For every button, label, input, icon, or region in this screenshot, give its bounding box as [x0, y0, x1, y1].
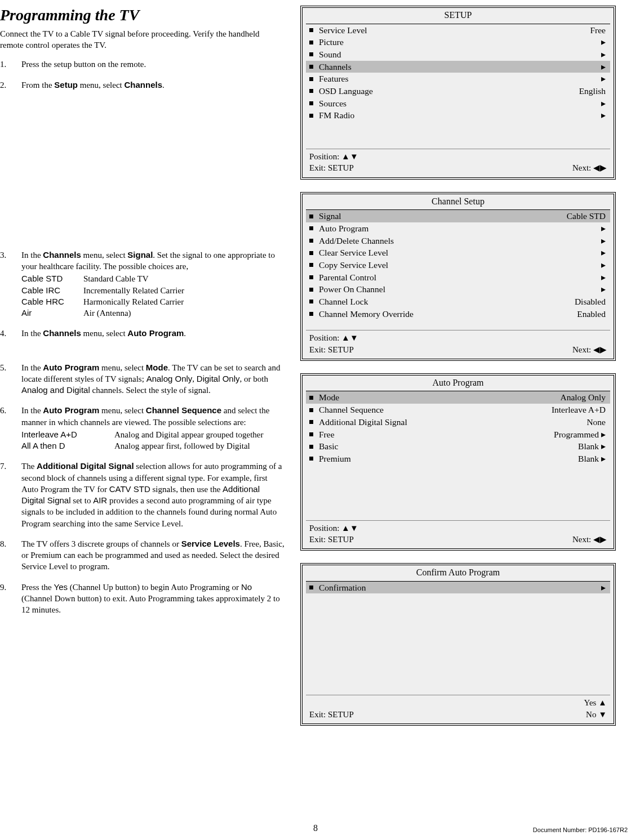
exit-hint: Exit: SETUP — [309, 162, 488, 173]
menu-item-free[interactable]: FreeProgrammed ▸ — [306, 428, 610, 441]
def-term: Cable HRC — [21, 296, 78, 307]
menu-item-mode[interactable]: ModeAnalog Only — [306, 391, 610, 404]
menu-item-channels[interactable]: Channels▸ — [306, 61, 610, 73]
def-desc: Standard Cable TV — [83, 273, 149, 284]
bullet-icon — [309, 215, 313, 218]
next-hint: Next: ◀▶ — [488, 534, 607, 545]
label: OSD Language — [319, 85, 579, 97]
bullet-icon — [309, 28, 313, 32]
menu-item-signal[interactable]: SignalCable STD — [306, 210, 610, 222]
menu-item-confirmation[interactable]: Confirmation▸ — [306, 582, 610, 594]
exit-hint: Exit: SETUP — [309, 344, 488, 355]
def-term: Cable STD — [21, 273, 78, 284]
no-hint: No ▼ — [488, 709, 607, 720]
bullet-icon — [309, 420, 313, 424]
value: Enabled — [577, 308, 607, 320]
menu-item-clear-service-level[interactable]: Clear Service Level▸ — [306, 247, 610, 259]
value: English — [579, 85, 607, 97]
menu-item-premium[interactable]: PremiumBlank ▸ — [306, 453, 610, 465]
t: In the — [21, 329, 43, 338]
t: Channel Sequence — [146, 405, 221, 415]
t: CATV STD — [109, 484, 150, 494]
t: Channels — [125, 80, 163, 90]
osd-title: Channel Setup — [303, 194, 614, 210]
def-row: All A then DAnalog appear first, followe… — [21, 440, 285, 452]
osd-channel-setup: Channel Setup SignalCable STD Auto Progr… — [300, 192, 616, 361]
label: Sources — [319, 97, 601, 110]
label: Clear Service Level — [319, 247, 601, 259]
bullet-icon — [309, 226, 313, 230]
def-row: Interleave A+DAnalog and Digital appear … — [21, 429, 285, 440]
bullet-icon — [309, 89, 313, 93]
bullet-icon — [309, 65, 313, 69]
step-6: In the Auto Program menu, select Channel… — [0, 405, 285, 452]
label: Mode — [319, 391, 560, 404]
menu-item-additional-digital-signal[interactable]: Additional Digital SignalNone — [306, 416, 610, 428]
menu-item-sources[interactable]: Sources▸ — [306, 97, 610, 110]
menu-item-channel-sequence[interactable]: Channel SequenceInterleave A+D — [306, 404, 610, 416]
menu-item-picture[interactable]: Picture▸ — [306, 36, 610, 48]
osd-confirm-auto-program: Confirm Auto Program Confirmation▸ Yes ▲… — [300, 563, 616, 726]
bullet-icon — [309, 445, 313, 449]
menu-item-add-delete-channels[interactable]: Add/Delete Channels▸ — [306, 235, 610, 247]
t: Additional Digital Signal — [37, 461, 134, 471]
def-term: All A then D — [21, 440, 109, 452]
bullet-icon — [309, 312, 313, 316]
osd-setup: SETUP Service LevelFree Picture▸ Sound▸ … — [300, 6, 616, 180]
value: Disabled — [575, 296, 607, 308]
t: Auto Program — [43, 363, 99, 372]
step-7: The Additional Digital Signal selection … — [0, 461, 285, 529]
t: Auto Program — [127, 328, 184, 338]
arrow-right-icon: ▸ — [601, 61, 607, 73]
menu-item-channel-lock[interactable]: Channel LockDisabled — [306, 296, 610, 308]
step-5: In the Auto Program menu, select Mode. T… — [0, 362, 285, 396]
menu-item-fm-radio[interactable]: FM Radio▸ — [306, 109, 610, 122]
bullet-icon — [309, 239, 313, 243]
t: In the — [21, 363, 43, 372]
steps-list: Press the setup button on the remote. Fr… — [0, 59, 285, 615]
osd-title: SETUP — [303, 8, 614, 24]
t: . — [184, 329, 186, 338]
def-row: Cable IRCIncrementally Related Carrier — [21, 285, 285, 296]
bullet-icon — [309, 251, 313, 255]
osd-footer: Position: ▲▼ Exit: SETUPNext: ◀▶ — [306, 520, 610, 549]
menu-item-osd-language[interactable]: OSD LanguageEnglish — [306, 85, 610, 97]
label: FM Radio — [319, 109, 601, 122]
arrow-right-icon: ▸ — [601, 271, 607, 284]
value: Blank ▸ — [578, 440, 607, 453]
def-row: AirAir (Antenna) — [21, 307, 285, 319]
value: Blank ▸ — [578, 453, 607, 465]
t: Press the — [21, 583, 54, 592]
label: Sound — [319, 48, 601, 61]
bullet-icon — [309, 275, 313, 279]
def-desc: Incrementally Related Carrier — [83, 285, 184, 296]
menu-item-parental-control[interactable]: Parental Control▸ — [306, 271, 610, 284]
menu-item-copy-service-level[interactable]: Copy Service Level▸ — [306, 259, 610, 271]
t: menu, select — [81, 329, 127, 338]
t: Digital Only — [197, 374, 240, 383]
value: Cable STD — [567, 210, 607, 222]
menu-item-auto-program[interactable]: Auto Program▸ — [306, 222, 610, 235]
menu-item-basic[interactable]: BasicBlank ▸ — [306, 440, 610, 453]
t: signals, then use the — [150, 485, 223, 494]
bullet-icon — [309, 586, 313, 589]
t: In the — [21, 251, 43, 260]
t: The — [21, 462, 37, 471]
menu-item-power-on-channel[interactable]: Power On Channel▸ — [306, 283, 610, 296]
label: Channel Lock — [319, 296, 575, 308]
menu-item-channel-memory-override[interactable]: Channel Memory OverrideEnabled — [306, 308, 610, 320]
t: Mode — [146, 363, 168, 372]
label: Basic — [319, 440, 578, 453]
osd-auto-program: Auto Program ModeAnalog Only Channel Seq… — [300, 373, 616, 551]
bullet-icon — [309, 263, 313, 267]
bullet-icon — [309, 101, 313, 105]
menu-item-service-level[interactable]: Service LevelFree — [306, 24, 610, 37]
intro-text: Connect the TV to a Cable TV signal befo… — [0, 28, 285, 51]
bullet-icon — [309, 77, 313, 81]
menu-item-features[interactable]: Features▸ — [306, 73, 610, 85]
step-4: In the Channels menu, select Auto Progra… — [0, 328, 285, 339]
t: Signal — [127, 250, 153, 260]
menu-item-sound[interactable]: Sound▸ — [306, 48, 610, 61]
label: Features — [319, 73, 601, 85]
def-row: Cable HRCHarmonically Related Carrier — [21, 296, 285, 307]
